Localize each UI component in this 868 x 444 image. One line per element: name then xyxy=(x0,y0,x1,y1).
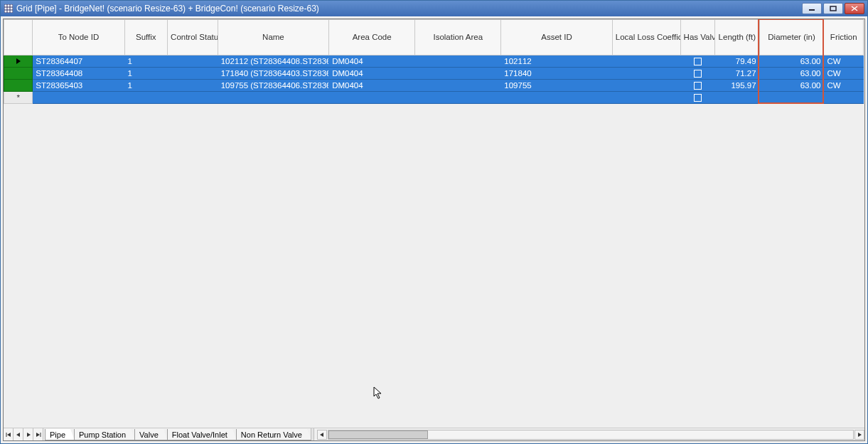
cell-diameter[interactable]: 63.00 xyxy=(759,56,824,68)
cell-diameter[interactable]: 63.00 xyxy=(759,80,824,92)
cell-area-code[interactable]: DM0404 xyxy=(329,80,415,92)
table-row[interactable]: ST283654031109755 (ST28364406.ST28364DM0… xyxy=(4,80,864,92)
col-header-to-node[interactable]: To Node ID xyxy=(33,20,124,56)
empty-cell[interactable] xyxy=(33,92,124,104)
empty-cell[interactable] xyxy=(501,92,612,104)
col-header-isolation-area[interactable]: Isolation Area xyxy=(415,20,501,56)
col-header-diameter[interactable]: Diameter (in) xyxy=(759,20,824,56)
scroll-thumb[interactable] xyxy=(328,430,428,439)
tab-non-return-valve[interactable]: Non Return Valve xyxy=(236,429,311,440)
cell-name[interactable]: 171840 (ST28364403.ST28364 xyxy=(218,68,328,80)
cell-friction[interactable]: CW xyxy=(824,56,864,68)
cell-control-status[interactable] xyxy=(168,80,218,92)
cell-control-status[interactable] xyxy=(168,56,218,68)
cell-name[interactable]: 102112 (ST28364408.ST28364 xyxy=(218,56,328,68)
cell-has-valve[interactable] xyxy=(680,92,714,104)
scroll-left-button[interactable] xyxy=(317,430,327,440)
cell-name[interactable]: 109755 (ST28364406.ST28364 xyxy=(218,80,328,92)
nav-first-button[interactable] xyxy=(4,428,14,440)
table-row[interactable]: ST283644081171840 (ST28364403.ST28364DM0… xyxy=(4,68,864,80)
scroll-track[interactable] xyxy=(328,430,854,440)
cell-length[interactable]: 195.97 xyxy=(715,80,760,92)
col-header-local-loss[interactable]: Local Loss Coefficient xyxy=(612,20,680,56)
cell-isolation-area[interactable] xyxy=(415,68,501,80)
data-grid[interactable]: To Node ID Suffix Control Status Name Ar… xyxy=(4,19,864,104)
nav-next-button[interactable] xyxy=(23,428,33,440)
checkbox-icon[interactable] xyxy=(694,94,702,102)
cell-suffix[interactable]: 1 xyxy=(124,56,168,68)
svg-marker-11 xyxy=(16,433,20,437)
close-button[interactable] xyxy=(845,3,864,14)
nav-prev-button[interactable] xyxy=(14,428,23,440)
cell-asset-id[interactable]: 171840 xyxy=(501,68,612,80)
col-header-asset-id[interactable]: Asset ID xyxy=(501,20,612,56)
new-row[interactable]: * xyxy=(4,92,864,104)
row-header-cell[interactable] xyxy=(4,56,33,68)
cell-suffix[interactable]: 1 xyxy=(124,80,168,92)
cell-isolation-area[interactable] xyxy=(415,80,501,92)
cell-length[interactable]: 71.27 xyxy=(715,68,760,80)
empty-cell[interactable] xyxy=(759,92,824,104)
empty-cell[interactable] xyxy=(415,92,501,104)
empty-cell[interactable] xyxy=(612,92,680,104)
cell-diameter[interactable]: 63.00 xyxy=(759,68,824,80)
checkbox-icon[interactable] xyxy=(694,58,702,65)
empty-cell[interactable] xyxy=(329,92,415,104)
cell-length[interactable]: 79.49 xyxy=(715,56,760,68)
cell-local-loss[interactable] xyxy=(612,80,680,92)
col-header-suffix[interactable]: Suffix xyxy=(124,20,168,56)
table-row[interactable]: ST283644071102112 (ST28364408.ST28364DM0… xyxy=(4,56,864,68)
col-header-control-status[interactable]: Control Status xyxy=(168,20,218,56)
cell-area-code[interactable]: DM0404 xyxy=(329,68,415,80)
empty-cell[interactable] xyxy=(715,92,760,104)
row-header-cell[interactable] xyxy=(4,80,33,92)
tab-valve[interactable]: Valve xyxy=(134,429,168,440)
row-header-cell[interactable] xyxy=(4,68,33,80)
col-header-row[interactable] xyxy=(4,20,33,56)
checkbox-icon[interactable] xyxy=(694,70,702,78)
cell-to-node[interactable]: ST28365403 xyxy=(33,80,124,92)
col-header-has-valve[interactable]: Has Valve xyxy=(680,20,714,56)
scroll-right-button[interactable] xyxy=(854,430,864,440)
empty-cell[interactable] xyxy=(124,92,168,104)
cell-friction[interactable]: CW xyxy=(824,68,864,80)
cell-asset-id[interactable]: 102112 xyxy=(501,56,612,68)
grid-header[interactable]: To Node ID Suffix Control Status Name Ar… xyxy=(4,20,864,56)
sheet-tabs[interactable]: PipePump StationValveFloat Valve/InletNo… xyxy=(45,428,311,440)
cell-suffix[interactable]: 1 xyxy=(124,68,168,80)
tab-scroll-splitter[interactable] xyxy=(311,428,314,440)
tab-pipe[interactable]: Pipe xyxy=(45,429,75,440)
cell-isolation-area[interactable] xyxy=(415,56,501,68)
cell-local-loss[interactable] xyxy=(612,68,680,80)
cell-area-code[interactable]: DM0404 xyxy=(329,56,415,68)
tab-float-valve-inlet[interactable]: Float Valve/Inlet xyxy=(167,429,237,440)
empty-cell[interactable] xyxy=(824,92,864,104)
titlebar[interactable]: Grid [Pipe] - BridgeNet! (scenario Resiz… xyxy=(1,1,867,16)
grid-body[interactable]: ST283644071102112 (ST28364408.ST28364DM0… xyxy=(4,56,864,104)
maximize-button[interactable] xyxy=(823,3,843,14)
cell-control-status[interactable] xyxy=(168,68,218,80)
empty-cell[interactable] xyxy=(218,92,328,104)
svg-marker-15 xyxy=(320,433,323,437)
horizontal-scrollbar[interactable] xyxy=(317,428,864,440)
nav-last-button[interactable] xyxy=(33,428,43,440)
cell-to-node[interactable]: ST28364408 xyxy=(33,68,124,80)
col-header-friction[interactable]: Friction xyxy=(824,20,864,56)
cell-has-valve[interactable] xyxy=(680,80,714,92)
minimize-button[interactable] xyxy=(802,3,822,14)
col-header-name[interactable]: Name xyxy=(218,20,328,56)
cell-to-node[interactable]: ST28364407 xyxy=(33,56,124,68)
checkbox-icon[interactable] xyxy=(694,82,702,90)
cell-friction[interactable]: CW xyxy=(824,80,864,92)
col-header-area-code[interactable]: Area Code xyxy=(329,20,415,56)
grid-area[interactable]: To Node ID Suffix Control Status Name Ar… xyxy=(4,19,864,428)
tab-pump-station[interactable]: Pump Station xyxy=(74,429,135,440)
svg-rect-6 xyxy=(830,6,836,11)
cell-asset-id[interactable]: 109755 xyxy=(501,80,612,92)
cell-local-loss[interactable] xyxy=(612,56,680,68)
cell-has-valve[interactable] xyxy=(680,68,714,80)
cell-has-valve[interactable] xyxy=(680,56,714,68)
empty-cell[interactable] xyxy=(168,92,218,104)
new-row-marker[interactable]: * xyxy=(4,92,33,104)
col-header-length[interactable]: Length (ft) xyxy=(715,20,760,56)
